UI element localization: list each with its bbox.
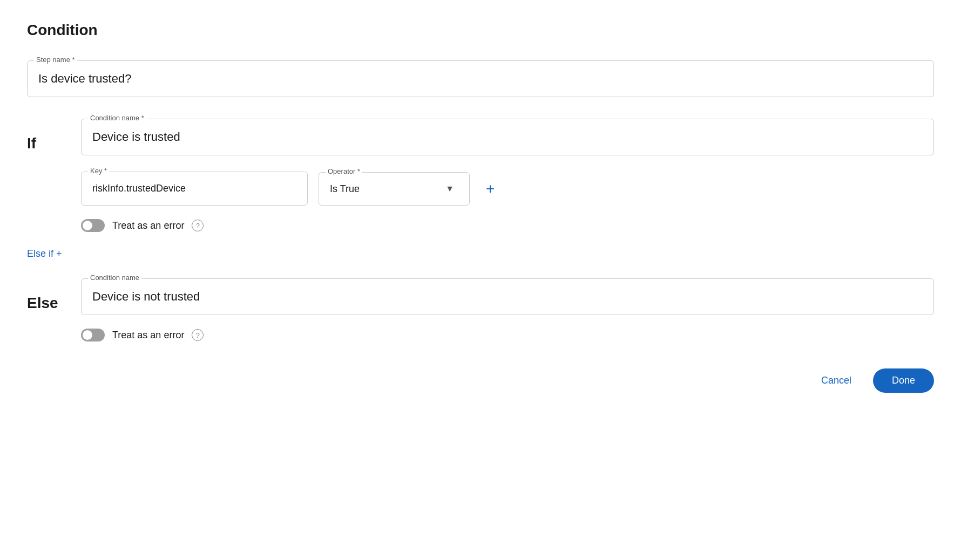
else-condition-name-label: Condition name xyxy=(88,274,141,282)
key-label: Key * xyxy=(88,167,109,175)
footer: Cancel Done xyxy=(27,368,934,393)
if-treat-error-help-icon[interactable]: ? xyxy=(192,220,204,231)
else-condition-name-wrapper: Condition name xyxy=(81,278,934,315)
else-if-link[interactable]: Else if + xyxy=(27,248,934,278)
operator-field-wrapper: Operator * Is True Is False Equals Not E… xyxy=(319,172,470,206)
else-treat-error-toggle[interactable] xyxy=(81,329,105,342)
if-treat-error-row: Treat as an error ? xyxy=(81,219,934,232)
cancel-button[interactable]: Cancel xyxy=(810,370,862,392)
else-treat-error-label: Treat as an error xyxy=(112,330,184,341)
if-treat-error-toggle[interactable] xyxy=(81,219,105,232)
help-question-mark: ? xyxy=(196,222,200,230)
else-row: Else Condition name xyxy=(27,278,934,315)
add-condition-button[interactable]: + xyxy=(480,181,500,196)
key-field-group: Key * xyxy=(81,172,308,206)
else-label: Else xyxy=(27,278,65,312)
operator-field-group: Operator * Is True Is False Equals Not E… xyxy=(319,172,470,206)
if-treat-error-label: Treat as an error xyxy=(112,220,184,231)
step-name-field-group: Step name * xyxy=(27,60,934,97)
else-condition-name-field-group: Condition name xyxy=(81,278,934,315)
else-section: Else Condition name Treat as an error ? xyxy=(27,278,934,342)
else-treat-error-help-icon[interactable]: ? xyxy=(192,329,204,341)
else-help-question-mark: ? xyxy=(196,331,200,339)
if-section: If Condition name * Key * Operator * Is … xyxy=(27,119,934,232)
operator-select-container: Is True Is False Equals Not Equals Conta… xyxy=(330,183,458,194)
else-condition-name-input[interactable] xyxy=(92,290,923,304)
else-treat-error-row: Treat as an error ? xyxy=(81,329,934,342)
step-name-section: Step name * xyxy=(27,60,934,97)
operator-select[interactable]: Is True Is False Equals Not Equals Conta… xyxy=(330,183,458,194)
page-title: Condition xyxy=(27,22,934,39)
else-if-anchor[interactable]: Else if + xyxy=(27,248,62,259)
step-name-label: Step name * xyxy=(34,56,77,64)
key-field-wrapper: Key * xyxy=(81,172,308,206)
if-condition-name-label: Condition name * xyxy=(88,114,146,122)
done-button[interactable]: Done xyxy=(873,368,934,393)
if-label: If xyxy=(27,119,65,152)
if-condition-name-field-group: Condition name * xyxy=(81,119,934,155)
if-row: If Condition name * xyxy=(27,119,934,155)
step-name-input[interactable] xyxy=(38,72,923,86)
key-operator-row: Key * Operator * Is True Is False Equals… xyxy=(81,172,934,206)
key-input[interactable] xyxy=(92,183,296,194)
if-condition-name-wrapper: Condition name * xyxy=(81,119,934,155)
if-condition-name-input[interactable] xyxy=(92,130,923,144)
operator-label: Operator * xyxy=(326,167,362,175)
